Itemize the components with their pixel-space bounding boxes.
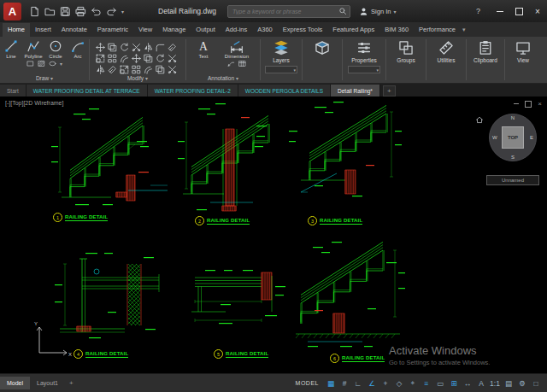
mirror-tool-icon[interactable] xyxy=(144,40,153,50)
model-space-tab[interactable]: Model xyxy=(0,377,30,389)
status-toggle-icon[interactable]: ⊞ xyxy=(447,377,461,389)
arc-tool[interactable]: Arc xyxy=(67,37,89,59)
move-tool-icon[interactable] xyxy=(96,40,105,50)
trim-tool-icon[interactable] xyxy=(168,51,177,61)
new-tab-button[interactable]: + xyxy=(383,85,396,97)
status-toggle-icon[interactable]: + xyxy=(379,377,392,389)
polyline-tool[interactable]: Polyline xyxy=(22,37,44,59)
status-toggle-icon[interactable]: ⚙ xyxy=(515,377,529,389)
viewport-close-icon[interactable]: × xyxy=(538,100,542,108)
file-tab-waterproofing-2[interactable]: WATER PROOFING DETAIL-2 xyxy=(148,85,238,97)
plot-icon[interactable] xyxy=(75,6,86,17)
status-toggle-icon[interactable]: ⌖ xyxy=(406,377,420,389)
annotation-panel-footer[interactable]: Annotation▾ xyxy=(186,73,260,83)
viewcube-top-face[interactable]: TOP xyxy=(502,126,524,149)
erase-tool-icon[interactable] xyxy=(168,40,177,50)
maximize-button[interactable] xyxy=(509,3,528,20)
ribbon-tab-addins[interactable]: Add-ins xyxy=(221,23,252,37)
scale-tool-icon[interactable] xyxy=(96,51,105,61)
status-toggle-icon[interactable]: ∟ xyxy=(351,377,365,389)
layout1-tab[interactable]: Layout1 xyxy=(30,377,65,389)
ribbon-tab-express-tools[interactable]: Express Tools xyxy=(278,23,328,37)
utilities-button[interactable]: Utilities xyxy=(426,37,466,83)
viewcube-south[interactable]: S xyxy=(511,155,515,160)
hatch-icon[interactable] xyxy=(38,60,45,67)
ribbon-tab-view[interactable]: View xyxy=(133,23,157,37)
text-tool[interactable]: A Text xyxy=(191,37,216,59)
detail-label-2[interactable]: 2 RAILING DETAIL xyxy=(195,216,250,225)
model-space-indicator[interactable]: MODEL xyxy=(296,380,319,386)
scale-tool-icon[interactable] xyxy=(120,62,129,72)
viewcube-north[interactable]: N xyxy=(511,115,515,120)
file-tab-detail-railing[interactable]: Detail Railing* xyxy=(331,85,380,97)
detail-label-6[interactable]: 6 RAILING DETAIL xyxy=(330,354,385,363)
status-toggle-icon[interactable]: ∠ xyxy=(365,377,379,389)
search-icon[interactable] xyxy=(338,7,347,15)
ribbon-tab-home[interactable]: Home xyxy=(3,23,30,37)
rectangle-icon[interactable] xyxy=(26,60,34,67)
properties-dropdown[interactable]: ▾ xyxy=(348,66,380,73)
viewport-controls[interactable]: [-][Top][2D Wireframe] xyxy=(5,100,63,106)
sign-in-button[interactable]: Sign In ▾ xyxy=(359,7,396,16)
groups-button[interactable]: Groups xyxy=(386,37,426,83)
detail-label-5[interactable]: 5 RAILING DETAIL xyxy=(214,349,268,359)
array-tool-icon[interactable] xyxy=(132,62,141,72)
detail-label-1[interactable]: 1 RAILING DETAIL xyxy=(53,213,108,222)
circle-tool[interactable]: Circle xyxy=(44,37,67,59)
array-tool-icon[interactable] xyxy=(108,51,117,61)
help-icon[interactable]: ? xyxy=(476,7,480,15)
copy-tool-icon[interactable] xyxy=(108,40,117,50)
properties-button[interactable]: Properties ▾ xyxy=(343,37,385,83)
viewport-minimize-icon[interactable] xyxy=(514,103,519,104)
file-tab-start[interactable]: Start xyxy=(0,85,26,97)
viewport-restore-icon[interactable] xyxy=(525,101,532,108)
viewcube[interactable]: N S W E TOP xyxy=(489,114,537,161)
ellipse-icon[interactable] xyxy=(49,60,56,67)
ribbon-tab-insert[interactable]: Insert xyxy=(30,23,56,37)
block-button[interactable] xyxy=(303,37,342,83)
ribbon-tab-featured-apps[interactable]: Featured Apps xyxy=(327,23,379,37)
draw-flyout-icon[interactable]: ▾ xyxy=(60,61,62,67)
save-icon[interactable] xyxy=(60,6,71,17)
rotate-tool-icon[interactable] xyxy=(156,51,165,61)
status-toggle-icon[interactable]: □ xyxy=(529,377,543,389)
search-input[interactable] xyxy=(231,8,338,15)
move-tool-icon[interactable] xyxy=(132,51,141,61)
drawing-canvas[interactable]: YX xyxy=(0,97,547,373)
status-toggle-icon[interactable]: ▤ xyxy=(502,377,515,389)
copy-tool-icon[interactable] xyxy=(156,62,165,72)
ribbon-tab-output[interactable]: Output xyxy=(191,23,221,37)
ribbon-tab-bim360[interactable]: BIM 360 xyxy=(379,23,414,37)
status-toggle-icon[interactable]: ▭ xyxy=(433,377,447,389)
leader-icon[interactable] xyxy=(227,60,235,67)
copy-tool-icon[interactable] xyxy=(144,51,153,61)
viewcube-east[interactable]: E xyxy=(530,135,533,140)
dimension-tool[interactable]: Dimension xyxy=(218,37,256,59)
open-icon[interactable] xyxy=(44,6,56,17)
fillet-tool-icon[interactable] xyxy=(156,40,165,50)
line-tool[interactable]: Line xyxy=(0,37,22,59)
ribbon-tab-annotate[interactable]: Annotate xyxy=(56,23,92,37)
redo-icon[interactable] xyxy=(106,6,117,17)
status-toggle-icon[interactable]: ▦ xyxy=(324,377,338,389)
ribbon-tab-a360[interactable]: A360 xyxy=(252,23,278,37)
table-icon[interactable] xyxy=(238,60,246,67)
modify-panel-footer[interactable]: Modify▾ xyxy=(90,73,185,83)
trim-tool-icon[interactable] xyxy=(132,40,141,50)
draw-panel-footer[interactable]: Draw▾ xyxy=(0,73,89,83)
file-tab-waterproofing-terrace[interactable]: WATER PROOFING DETAIL AT TERRACE xyxy=(26,85,148,97)
offset-tool-icon[interactable] xyxy=(144,62,153,72)
view-button[interactable]: View xyxy=(505,37,541,83)
offset-tool-icon[interactable] xyxy=(120,51,129,61)
minimize-button[interactable] xyxy=(491,3,509,20)
status-toggle-icon[interactable]: ↔ xyxy=(461,377,474,389)
ribbon-tab-manage[interactable]: Manage xyxy=(157,23,191,37)
viewcube-view-name[interactable]: Unnamed xyxy=(486,175,539,185)
erase-tool-icon[interactable] xyxy=(108,62,117,72)
undo-icon[interactable] xyxy=(91,6,102,17)
new-drawing-icon[interactable] xyxy=(29,6,40,17)
layers-button[interactable]: Layers ▾ xyxy=(261,37,302,83)
mirror-tool-icon[interactable] xyxy=(96,62,105,72)
status-toggle-icon[interactable]: 1:1 xyxy=(488,377,502,389)
status-toggle-icon[interactable]: A xyxy=(474,377,488,389)
